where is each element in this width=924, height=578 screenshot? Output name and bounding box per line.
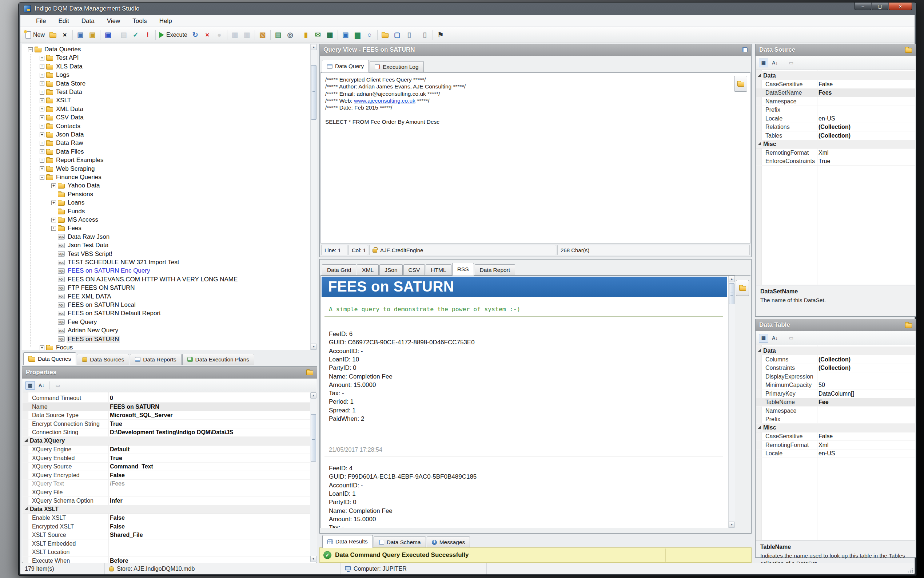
tree-item-json-data[interactable]: +Json Data — [40, 131, 87, 139]
properties-row-command-timeout[interactable]: Command Timeout0 — [23, 394, 317, 403]
delete-button[interactable]: × — [59, 29, 70, 41]
tree-item-ms-access[interactable]: +MS Access — [51, 216, 101, 224]
search-button[interactable]: ○ — [364, 29, 375, 41]
tree-item-ftp-fees-on-saturn[interactable]: SQLFTP FEES ON SATURN — [51, 284, 138, 292]
tab-json[interactable]: JSon — [379, 264, 402, 275]
tree-item-data-store[interactable]: +Data Store — [40, 80, 88, 88]
tree-item-data-raw[interactable]: +Data Raw — [40, 139, 86, 147]
categorized-button[interactable]: ▦ — [26, 381, 35, 390]
print-button[interactable]: ▤ — [273, 29, 284, 41]
tab-data-grid[interactable]: Data Grid — [322, 264, 356, 275]
web-link[interactable]: www.ajeconsulting.co.uk — [354, 97, 416, 104]
tree-item-xslt[interactable]: +XSLT — [40, 96, 73, 104]
mail-button[interactable]: ✉ — [312, 29, 324, 41]
properties-row-xquery-encrypted[interactable]: XQuery EncryptedFalse — [23, 471, 317, 480]
menu-tools[interactable]: Tools — [127, 16, 152, 26]
open-button[interactable] — [47, 29, 58, 41]
expand-toggle-icon[interactable]: + — [40, 107, 44, 111]
expand-toggle-icon[interactable]: + — [51, 218, 56, 222]
datatable-row-primarykey[interactable]: PrimaryKeyDataColumn[] — [756, 390, 915, 398]
important-button[interactable]: ! — [142, 29, 153, 41]
save-button[interactable]: ▣ — [103, 29, 113, 41]
lock-button[interactable]: ▮ — [301, 29, 311, 41]
sort-alphabetical-button[interactable]: A↓ — [37, 381, 46, 390]
open-query-file-button[interactable] — [734, 76, 747, 92]
tree-item-focus[interactable]: +Focus — [40, 344, 75, 350]
scroll-thumb[interactable] — [311, 65, 317, 120]
duplicate-button[interactable]: ▣ — [87, 29, 98, 41]
stop-disabled-button[interactable]: ● — [214, 29, 225, 41]
tree-item-fees-on-saturn-default-report[interactable]: SQLFEES on SATURN Default Report — [51, 309, 163, 317]
expand-toggle-icon[interactable]: + — [40, 73, 44, 78]
tree-item-funds[interactable]: Funds — [51, 208, 87, 216]
datatable-row-constraints[interactable]: Constraints(Collection) — [756, 364, 915, 372]
report-button[interactable]: ▯ — [419, 29, 430, 41]
expand-toggle-icon[interactable]: + — [40, 166, 44, 171]
expand-toggle-icon[interactable]: + — [40, 149, 44, 154]
tree-item-fee-query[interactable]: SQLFee Query — [51, 318, 99, 326]
expand-toggle-icon[interactable]: + — [51, 226, 56, 231]
menu-view[interactable]: View — [102, 16, 126, 26]
properties-row-connection-string[interactable]: Connection StringD:\Development Testing\… — [23, 428, 317, 437]
computer-button[interactable]: ▢ — [392, 29, 403, 41]
datasource-row-remotingformat[interactable]: RemotingFormatXml — [756, 148, 915, 157]
datatable-row-namespace[interactable]: Namespace — [756, 407, 915, 415]
properties-row-enable-xslt[interactable]: Enable XSLTFalse — [23, 513, 317, 522]
copy-button[interactable]: ▣ — [75, 29, 86, 41]
expand-toggle-icon[interactable]: + — [40, 133, 44, 137]
tab-data-schema[interactable]: Data Schema — [374, 536, 426, 547]
panel-menu-icon[interactable] — [905, 323, 912, 328]
tree-item-pensions[interactable]: Pensions — [51, 190, 95, 198]
scroll-thumb[interactable] — [311, 414, 316, 461]
export-button[interactable]: ▧ — [257, 29, 268, 41]
datatable-row-minimumcapacity[interactable]: MinimumCapacity50 — [756, 381, 915, 390]
datasource-row-relations[interactable]: Relations(Collection) — [756, 123, 915, 132]
tab-csv[interactable]: CSV — [403, 264, 425, 275]
preview-button[interactable]: ◎ — [285, 29, 296, 41]
minimize-button[interactable]: – — [854, 3, 871, 10]
script-disabled-button[interactable]: ▥ — [241, 29, 252, 41]
tree-item-xls-data[interactable]: +XLS Data — [40, 63, 85, 71]
properties-row-xslt-embedded[interactable]: XSLT Embedded — [23, 539, 317, 548]
new-button[interactable]: New — [24, 29, 46, 41]
tab-messages[interactable]: Messages — [427, 536, 470, 547]
scroll-thumb[interactable] — [729, 283, 735, 304]
tree-item-fees-on-saturn-local[interactable]: SQLFEES on SATURN Local — [51, 301, 138, 309]
tree-item-fee-xml-data[interactable]: SQLFEE XML DATA — [51, 293, 114, 300]
undock-icon[interactable] — [742, 47, 748, 52]
expand-toggle-icon[interactable]: + — [40, 346, 44, 350]
tree-item-yahoo-data[interactable]: +Yahoo Data — [51, 182, 103, 190]
tree-item-fees[interactable]: +Fees — [51, 224, 84, 232]
properties-scrollbar[interactable]: ▲ ▼ — [310, 392, 317, 562]
book-button[interactable]: ▆ — [352, 29, 363, 41]
expand-toggle-icon[interactable]: + — [40, 141, 44, 146]
sort-alphabetical-button[interactable]: A↓ — [770, 334, 780, 343]
properties-row-encrypt-connection-string[interactable]: Encrypt Connection StringTrue — [23, 420, 317, 429]
scroll-up-icon[interactable]: ▲ — [310, 392, 317, 399]
datasource-row-locale[interactable]: Localeen-US — [756, 114, 915, 123]
close-button[interactable]: × — [889, 3, 912, 10]
tab-html[interactable]: HTML — [426, 264, 451, 275]
properties-row-xquery-schema-option[interactable]: XQuery Schema OptionInfer — [23, 497, 317, 505]
datasource-row-tables[interactable]: Tables(Collection) — [756, 132, 915, 140]
folders-button[interactable] — [380, 29, 391, 41]
scroll-up-icon[interactable]: ▲ — [311, 44, 317, 50]
expand-toggle-icon[interactable]: + — [40, 98, 44, 103]
tree-item-adrian-new-query[interactable]: SQLAdrian New Query — [51, 326, 121, 334]
tab-data-reports[interactable]: Data Reports — [130, 354, 181, 365]
tree-item-fees-on-ajevans-com-http-with-a-very-long-name[interactable]: SQLFEES ON AJEVANS.COM HTTP WITH A VERY … — [51, 276, 240, 284]
tree-item-xml-data[interactable]: +XML Data — [40, 105, 86, 113]
panel-menu-icon[interactable] — [306, 370, 313, 375]
datatable-row-locale[interactable]: Localeen-US — [756, 449, 915, 458]
tab-xml[interactable]: XML — [357, 264, 379, 275]
refresh-button[interactable]: ↻ — [190, 29, 201, 41]
properties-row-xquery-enabled[interactable]: XQuery EnabledTrue — [23, 454, 317, 463]
expand-toggle-icon[interactable]: + — [40, 124, 44, 128]
data-queries-tree[interactable]: −Data Queries+Test API+XLS Data+Logs+Dat… — [22, 44, 317, 350]
datatable-row-prefix[interactable]: Prefix — [756, 415, 915, 424]
copy-pages-button[interactable]: ▣ — [340, 29, 351, 41]
tree-item-report-examples[interactable]: +Report Examples — [40, 156, 106, 164]
tab-execution-log[interactable]: Execution Log — [370, 61, 424, 72]
tree-scrollbar[interactable]: ▲ ▼ — [310, 44, 317, 350]
tree-item-loans[interactable]: +Loans — [51, 199, 87, 207]
